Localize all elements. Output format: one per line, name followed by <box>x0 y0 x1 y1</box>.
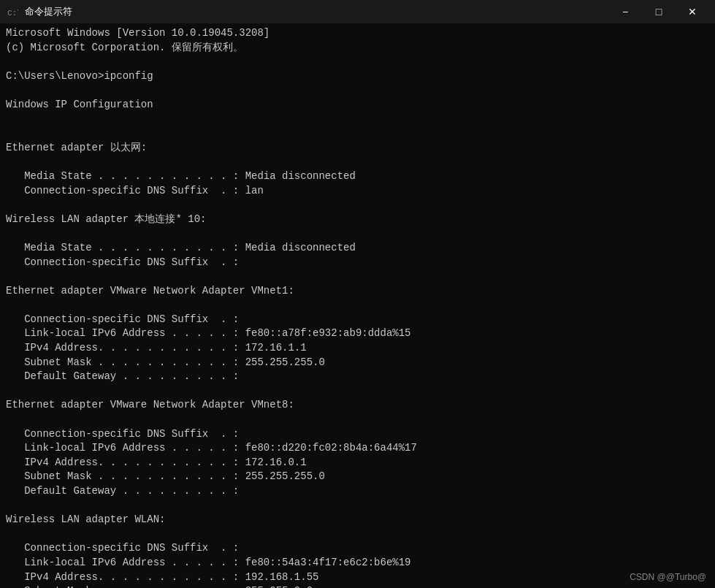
console-line <box>6 198 709 213</box>
console-line <box>6 155 709 169</box>
console-line: Media State . . . . . . . . . . . : Medi… <box>6 241 709 256</box>
console-line: Default Gateway . . . . . . . . . : <box>6 484 709 499</box>
minimize-button[interactable]: − <box>608 0 642 23</box>
console-line: Connection-specific DNS Suffix . : lan <box>6 184 709 199</box>
console-line <box>6 112 709 127</box>
console-line <box>6 270 709 284</box>
console-line: IPv4 Address. . . . . . . . . . . : 172.… <box>6 341 709 356</box>
console-line: Wireless LAN adapter 本地连接* 10: <box>6 213 709 227</box>
console-line <box>6 499 709 513</box>
console-line <box>6 413 709 427</box>
window-icon: C:\ <box>6 5 19 18</box>
console-line: Subnet Mask . . . . . . . . . . . : 255.… <box>6 356 709 370</box>
console-line: Ethernet adapter VMware Network Adapter … <box>6 284 709 299</box>
console-line: Microsoft Windows [Version 10.0.19045.32… <box>6 26 709 41</box>
svg-text:C:\: C:\ <box>7 9 18 18</box>
window-controls: − □ ✕ <box>608 0 709 23</box>
console-line <box>6 55 709 69</box>
console-line: Subnet Mask . . . . . . . . . . . : 255.… <box>6 470 709 484</box>
console-line: Default Gateway . . . . . . . . . : <box>6 370 709 384</box>
cmd-window: C:\ 命令提示符 − □ ✕ Microsoft Windows [Versi… <box>0 0 715 588</box>
console-line: Media State . . . . . . . . . . . : Medi… <box>6 169 709 184</box>
console-line <box>6 527 709 542</box>
console-line: Windows IP Configuration <box>6 98 709 112</box>
console-line: (c) Microsoft Corporation. 保留所有权利。 <box>6 41 709 56</box>
console-line: Wireless LAN adapter WLAN: <box>6 513 709 527</box>
console-output[interactable]: Microsoft Windows [Version 10.0.19045.32… <box>0 23 715 588</box>
watermark: CSDN @@Turbo@ <box>630 572 706 582</box>
maximize-button[interactable]: □ <box>642 0 676 23</box>
close-button[interactable]: ✕ <box>676 0 709 23</box>
console-line: Subnet Mask . . . . . . . . . . . : 255.… <box>6 584 709 588</box>
window-title: 命令提示符 <box>25 5 608 18</box>
console-line <box>6 298 709 313</box>
console-line: IPv4 Address. . . . . . . . . . . : 172.… <box>6 456 709 470</box>
console-line: Ethernet adapter VMware Network Adapter … <box>6 398 709 413</box>
console-line: Ethernet adapter 以太网: <box>6 141 709 156</box>
console-line: C:\Users\Lenovo>ipconfig <box>6 69 709 84</box>
console-line <box>6 384 709 399</box>
console-line: Link-local IPv6 Address . . . . . : fe80… <box>6 327 709 341</box>
console-line <box>6 226 709 241</box>
title-bar: C:\ 命令提示符 − □ ✕ <box>0 0 715 23</box>
console-line: Connection-specific DNS Suffix . : <box>6 313 709 327</box>
console-line: Connection-specific DNS Suffix . : <box>6 256 709 270</box>
console-line: Connection-specific DNS Suffix . : <box>6 541 709 556</box>
console-line <box>6 126 709 141</box>
console-line <box>6 83 709 98</box>
console-line: Connection-specific DNS Suffix . : <box>6 427 709 442</box>
console-line: Link-local IPv6 Address . . . . . : fe80… <box>6 556 709 570</box>
console-line: Link-local IPv6 Address . . . . . : fe80… <box>6 441 709 456</box>
console-line: IPv4 Address. . . . . . . . . . . : 192.… <box>6 570 709 585</box>
